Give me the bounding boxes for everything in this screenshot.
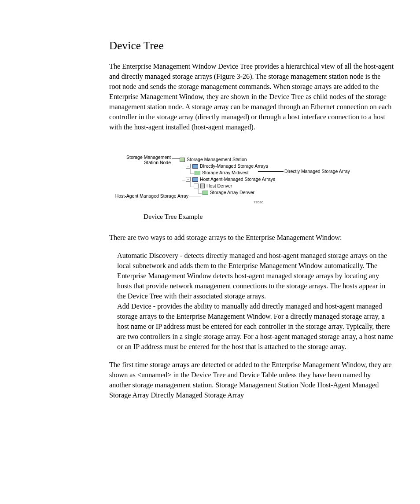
figure-id: 72036 bbox=[254, 200, 263, 204]
tree-hostagent-array-label: Storage Array Denver bbox=[210, 189, 254, 196]
station-icon bbox=[180, 158, 185, 162]
tree-root-label: Storage Management Station bbox=[187, 156, 247, 163]
tree-direct-group-label: Directly-Managed Storage Arrays bbox=[200, 163, 268, 169]
section-heading: Device Tree bbox=[109, 40, 394, 52]
lead-in-paragraph: There are two ways to add storage arrays… bbox=[109, 233, 394, 243]
storage-array-icon bbox=[203, 191, 208, 195]
tree-hostagent-group-label: Host Agent-Managed Storage Arrays bbox=[200, 176, 275, 183]
figure-caption: Device Tree Example bbox=[144, 213, 394, 221]
tree-root-row: Storage Management Station bbox=[180, 156, 275, 163]
host-icon bbox=[200, 184, 205, 188]
callout-root-node: Storage Management Station Node bbox=[118, 155, 171, 165]
tree-direct-item-label: Storage Array Midwest bbox=[202, 169, 249, 176]
list-item-add-device: Add Device - provides the ability to man… bbox=[117, 302, 394, 352]
methods-list: Automatic Discovery - detects directly m… bbox=[117, 251, 394, 352]
callout-hostagent-managed: Host-Agent Managed Storage Array bbox=[105, 193, 188, 199]
list-item-auto-discovery: Automatic Discovery - detects directly m… bbox=[117, 251, 394, 302]
callout-direct-managed: Directly Managed Storage Array bbox=[284, 169, 350, 174]
tree-direct-group-row: − Directly-Managed Storage Arrays bbox=[180, 163, 275, 169]
tree-hostagent-array-row: Storage Array Denver bbox=[180, 189, 275, 196]
closing-paragraph: The first time storage arrays are detect… bbox=[109, 360, 394, 401]
storage-array-icon bbox=[195, 171, 200, 175]
folder-icon bbox=[192, 164, 198, 169]
tree-direct-item-row: Storage Array Midwest bbox=[180, 169, 275, 176]
intro-paragraph: The Enterprise Management Window Device … bbox=[109, 62, 394, 132]
tree-hostagent-group-row: − Host Agent-Managed Storage Arrays bbox=[180, 176, 275, 183]
callout-line bbox=[189, 196, 201, 196]
callout-line bbox=[172, 158, 180, 158]
device-tree: Storage Management Station − Directly-Ma… bbox=[180, 156, 275, 196]
device-tree-figure: Storage Management Station Node Directly… bbox=[109, 155, 391, 203]
tree-host-item-row: − Host Denver bbox=[180, 183, 275, 189]
tree-host-item-label: Host Denver bbox=[206, 183, 232, 189]
folder-icon bbox=[192, 177, 198, 182]
